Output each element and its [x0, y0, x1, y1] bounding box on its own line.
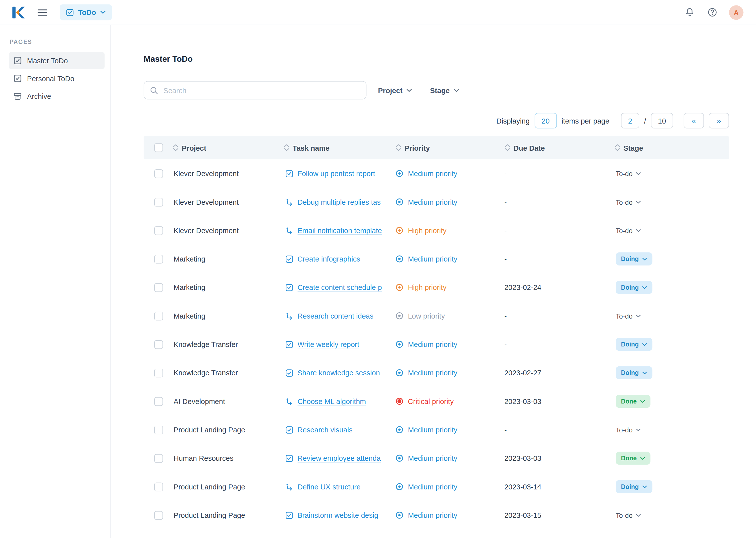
chevron-down-icon [636, 314, 641, 317]
chevron-down-icon [636, 229, 641, 232]
row-checkbox[interactable] [154, 397, 163, 406]
prev-page-button[interactable]: « [684, 113, 704, 128]
project-cell: Human Resources [174, 454, 234, 462]
sort-icon[interactable] [173, 144, 179, 151]
sidebar-items: Master ToDo Personal ToDo Archive [9, 52, 105, 105]
items-per-page-input[interactable] [535, 113, 557, 128]
sidebar-item-archive[interactable]: Archive [9, 88, 105, 105]
project-cell: Klever Development [174, 169, 239, 178]
stage-select[interactable]: To-do [616, 195, 641, 208]
column-header-project[interactable]: Project [169, 143, 280, 152]
chevron-down-icon [642, 485, 647, 488]
priority-label: Low priority [408, 312, 445, 320]
app-switcher[interactable]: ToDo [60, 4, 112, 20]
row-checkbox[interactable] [154, 312, 163, 320]
row-checkbox[interactable] [154, 454, 163, 462]
task-link[interactable]: Research visuals [297, 426, 353, 434]
stage-label: Doing [621, 369, 639, 376]
tasks-table: Project Task name Priority Due Date Stag [144, 136, 729, 538]
sort-icon[interactable] [396, 144, 402, 151]
next-page-button[interactable]: » [709, 113, 729, 128]
stage-select[interactable]: To-do [616, 423, 641, 436]
row-checkbox[interactable] [154, 254, 163, 263]
row-checkbox[interactable] [154, 169, 163, 178]
table-row: Klever Development Follow up pentest rep… [144, 159, 729, 188]
stage-select[interactable]: Doing [616, 338, 652, 351]
page-number-input[interactable] [621, 113, 639, 128]
chevron-down-icon [640, 457, 645, 460]
task-link[interactable]: Create infographics [297, 255, 360, 263]
sidebar: PAGES Master ToDo Personal ToDo Archive [0, 25, 111, 538]
stage-select[interactable]: To-do [616, 167, 641, 180]
table-row: Knowledge Transfer Write weekly report M… [144, 330, 729, 358]
table-row: Klever Development Debug multiple replie… [144, 188, 729, 216]
task-link[interactable]: Email notification template [297, 226, 382, 235]
sidebar-item-master-todo[interactable]: Master ToDo [9, 52, 105, 69]
task-link[interactable]: Choose ML algorithm [297, 397, 366, 405]
column-header-label: Project [182, 143, 206, 152]
stage-label: Done [621, 455, 637, 462]
row-checkbox[interactable] [154, 283, 163, 292]
sort-icon[interactable] [614, 144, 620, 151]
row-checkbox[interactable] [154, 197, 163, 206]
prev-page-icon: « [691, 117, 696, 125]
notifications-bell-icon[interactable] [684, 6, 695, 18]
sidebar-item-label: Personal ToDo [27, 74, 74, 82]
menu-toggle-icon[interactable] [36, 7, 49, 18]
column-header-due-date[interactable]: Due Date [499, 143, 607, 152]
next-page-icon: » [717, 117, 721, 125]
stage-label: To-do [616, 511, 633, 519]
task-link[interactable]: Define UX structure [297, 483, 360, 491]
priority-icon [396, 255, 403, 263]
stage-label: Doing [621, 284, 639, 291]
row-checkbox[interactable] [154, 482, 163, 491]
sort-icon[interactable] [504, 144, 511, 151]
priority-label: Medium priority [408, 198, 457, 206]
due-date-cell: - [504, 226, 507, 235]
project-filter-dropdown[interactable]: Project [375, 84, 415, 96]
stage-select[interactable]: Doing [616, 366, 652, 379]
sort-icon[interactable] [283, 144, 290, 151]
task-link[interactable]: Follow up pentest report [297, 169, 375, 178]
task-link[interactable]: Share knowledge session [297, 369, 380, 377]
app-logo-icon[interactable] [11, 5, 25, 20]
row-checkbox[interactable] [154, 368, 163, 377]
row-checkbox[interactable] [154, 340, 163, 349]
stage-select[interactable]: To-do [616, 224, 641, 237]
search-input[interactable] [163, 86, 360, 95]
stage-label: Doing [621, 255, 639, 262]
task-link[interactable]: Research content ideas [297, 312, 373, 320]
task-link[interactable]: Write weekly report [297, 340, 359, 349]
task-link[interactable]: Brainstorm website desig [297, 511, 378, 519]
task-type-icon [285, 398, 293, 405]
row-checkbox[interactable] [154, 226, 163, 235]
chevron-down-icon [642, 257, 647, 260]
row-checkbox[interactable] [154, 511, 163, 519]
column-header-task-name[interactable]: Task name [280, 143, 391, 152]
column-header-priority[interactable]: Priority [391, 143, 499, 152]
stage-select[interactable]: Done [616, 452, 650, 465]
task-link[interactable]: Create content schedule p [297, 283, 382, 292]
priority-icon [396, 483, 403, 491]
stage-select[interactable]: Doing [616, 281, 652, 294]
avatar[interactable]: A [729, 5, 743, 20]
priority-icon [396, 397, 403, 405]
stage-select[interactable]: To-do [616, 509, 641, 521]
priority-icon [396, 312, 403, 320]
sidebar-item-personal-todo[interactable]: Personal ToDo [9, 70, 105, 87]
page-separator: / [644, 117, 646, 125]
stage-select[interactable]: Doing [616, 480, 652, 493]
task-link[interactable]: Debug multiple replies tas [297, 198, 381, 206]
stage-filter-dropdown[interactable]: Stage [427, 84, 462, 96]
topbar: ToDo A [0, 0, 756, 25]
stage-select[interactable]: Done [616, 395, 650, 408]
help-icon[interactable] [706, 6, 718, 18]
task-link[interactable]: Review employee attenda [297, 454, 381, 462]
row-checkbox[interactable] [154, 425, 163, 434]
stage-select[interactable]: Doing [616, 252, 652, 265]
table-header: Project Task name Priority Due Date Stag [144, 136, 729, 159]
stage-select[interactable]: To-do [616, 309, 641, 322]
select-all-checkbox[interactable] [154, 143, 163, 152]
column-header-stage[interactable]: Stage [607, 143, 729, 152]
priority-label: Medium priority [408, 454, 457, 462]
